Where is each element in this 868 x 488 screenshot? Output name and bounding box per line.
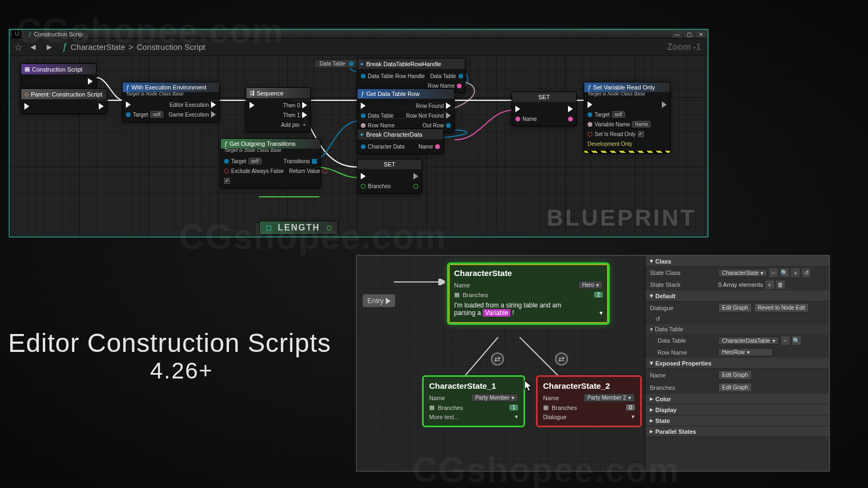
exec-out-pin[interactable] xyxy=(211,111,216,118)
name-pin[interactable] xyxy=(361,123,366,128)
close-button[interactable]: ✕ xyxy=(695,30,706,38)
int-pin[interactable] xyxy=(413,184,418,189)
search-icon[interactable]: 🔍 xyxy=(792,336,801,345)
category-color[interactable]: ▸ Color xyxy=(646,394,829,404)
name-value[interactable]: Name xyxy=(632,121,650,127)
edit-graph-button[interactable]: Edit Graph xyxy=(718,370,752,380)
node-with-exec-env[interactable]: ƒWith Execution Environment Target is No… xyxy=(122,82,220,122)
breadcrumb-function[interactable]: Construction Script xyxy=(137,42,206,52)
bool-pin[interactable] xyxy=(224,169,229,174)
variable-get-data-table[interactable]: Data Table xyxy=(314,59,360,68)
state-canvas[interactable]: Entry CharacterState NameHero▾ ▦Branches… xyxy=(357,256,646,471)
int-out-pin[interactable] xyxy=(327,226,331,230)
exec-in-pin[interactable] xyxy=(515,106,520,112)
arrow-left-icon[interactable]: ← xyxy=(781,336,790,345)
exec-in-pin[interactable] xyxy=(250,102,254,108)
name-dropdown[interactable]: Party Member 2▾ xyxy=(584,394,635,402)
nav-back-button[interactable]: ◄ xyxy=(27,41,39,53)
name-pin[interactable] xyxy=(588,122,592,127)
node-parent-call[interactable]: ◇Parent: Construction Script xyxy=(21,88,107,114)
category-exposed[interactable]: ▾ Exposed Properties xyxy=(646,358,829,369)
chevron-down-icon[interactable]: ▾ xyxy=(631,413,635,420)
reset-icon[interactable]: ↺ xyxy=(802,268,810,277)
node-get-outgoing-transitions[interactable]: ƒGet Outgoing Transitions Target is Stat… xyxy=(220,138,321,188)
object-pin[interactable] xyxy=(361,113,366,118)
chevron-down-icon[interactable]: ▾ xyxy=(515,413,518,420)
exec-in-pin[interactable] xyxy=(361,173,366,179)
exec-out-pin[interactable] xyxy=(446,112,451,119)
edit-graph-button[interactable]: Edit Graph xyxy=(718,303,752,312)
node-length[interactable]: LENGTH xyxy=(259,221,339,235)
category-class[interactable]: ▾ Class xyxy=(646,256,829,267)
transition-icon[interactable]: ⇄ xyxy=(555,352,568,365)
window-titlebar[interactable]: U ƒConstruction Scrip — ▢ ✕ xyxy=(10,30,707,38)
struct-pin[interactable] xyxy=(446,123,451,128)
category-default[interactable]: ▾ Default xyxy=(646,291,829,301)
revert-button[interactable]: Revert to Node Edit xyxy=(754,303,809,312)
name-pin[interactable] xyxy=(457,84,462,88)
breadcrumb-graph[interactable]: CharacterState xyxy=(71,42,125,52)
node-set-branches[interactable]: SET Branches xyxy=(357,159,422,194)
category-state[interactable]: ▸ State xyxy=(646,415,829,426)
edit-graph-button[interactable]: Edit Graph xyxy=(718,383,752,392)
exec-in-pin[interactable] xyxy=(361,102,366,109)
exec-out-pin[interactable] xyxy=(302,112,307,118)
add-pin-label[interactable]: Add pin xyxy=(281,122,299,128)
search-icon[interactable]: 🔍 xyxy=(780,268,789,277)
bool-pin[interactable] xyxy=(322,169,327,174)
checkbox[interactable]: ✓ xyxy=(224,178,230,184)
node-get-data-table-row[interactable]: ƒGet Data Table Row Row Found Data Table… xyxy=(357,88,455,133)
text-pin[interactable] xyxy=(435,144,440,149)
category-parallel[interactable]: ▸ Parallel States xyxy=(646,426,829,437)
array-pin[interactable] xyxy=(312,159,317,164)
object-pin[interactable] xyxy=(458,74,463,79)
name-dropdown[interactable]: Hero▾ xyxy=(578,281,603,289)
editor-tab[interactable]: ƒConstruction Scrip xyxy=(24,30,87,38)
text-pin[interactable] xyxy=(568,117,573,121)
state-class-dropdown[interactable]: CharacterState▾ xyxy=(718,269,767,277)
out-pin[interactable] xyxy=(349,61,354,66)
plus-icon[interactable]: ＋ xyxy=(791,268,800,277)
struct-pin[interactable] xyxy=(361,74,366,79)
exec-out-pin[interactable] xyxy=(386,298,391,304)
text-pin[interactable] xyxy=(515,117,520,121)
exec-in-pin[interactable] xyxy=(24,103,29,110)
minimize-button[interactable]: — xyxy=(672,30,682,38)
row-name-dropdown[interactable]: HeroRow▾ xyxy=(718,348,773,356)
chevron-down-icon[interactable]: ▾ xyxy=(599,309,603,317)
exec-in-pin[interactable] xyxy=(588,101,592,108)
object-pin[interactable] xyxy=(126,112,131,117)
exec-out-pin[interactable] xyxy=(302,102,307,108)
blueprint-canvas[interactable]: BLUEPRINT ▦Construction Script ◇Parent: xyxy=(10,56,707,236)
object-pin[interactable] xyxy=(224,159,229,164)
entry-node[interactable]: Entry xyxy=(362,294,395,307)
object-pin[interactable] xyxy=(588,112,592,117)
state-node-characterstate-1[interactable]: CharacterState_1 NameParty Member▾ ▦Bran… xyxy=(422,375,525,427)
bool-pin[interactable] xyxy=(588,132,592,137)
array-in-pin[interactable] xyxy=(266,226,271,230)
int-pin[interactable] xyxy=(361,184,366,189)
category-display[interactable]: ▸ Display xyxy=(646,404,829,415)
exec-out-pin[interactable] xyxy=(88,78,93,85)
trash-icon[interactable]: 🗑 xyxy=(776,280,785,289)
node-construction-script[interactable]: ▦Construction Script xyxy=(21,63,97,89)
exec-in-pin[interactable] xyxy=(126,101,131,108)
plus-icon[interactable]: ＋ xyxy=(302,121,307,129)
sub-category[interactable]: ▾ Data Table xyxy=(646,324,829,335)
arrow-left-icon[interactable]: ← xyxy=(769,268,778,277)
exec-out-pin[interactable] xyxy=(99,103,104,110)
state-node-characterstate[interactable]: CharacterState NameHero▾ ▦Branches2 I'm … xyxy=(447,262,610,325)
name-dropdown[interactable]: Party Member▾ xyxy=(471,394,518,402)
node-sequence[interactable]: ⇶Sequence Then 0 Then 1 Add pin＋ xyxy=(246,87,311,132)
exec-out-pin[interactable] xyxy=(568,106,573,112)
favorite-icon[interactable]: ☆ xyxy=(14,41,23,53)
struct-pin[interactable] xyxy=(361,144,366,149)
node-set-name[interactable]: SET Name xyxy=(512,92,577,126)
exec-out-pin[interactable] xyxy=(662,101,667,108)
nav-forward-button[interactable]: ► xyxy=(43,41,55,53)
reset-icon[interactable]: ↺ xyxy=(650,316,715,323)
exec-out-pin[interactable] xyxy=(446,102,451,109)
plus-icon[interactable]: ＋ xyxy=(765,280,774,289)
maximize-button[interactable]: ▢ xyxy=(684,30,694,38)
node-break-character-data[interactable]: ▸Break CharacterData Character DataName xyxy=(357,129,444,154)
